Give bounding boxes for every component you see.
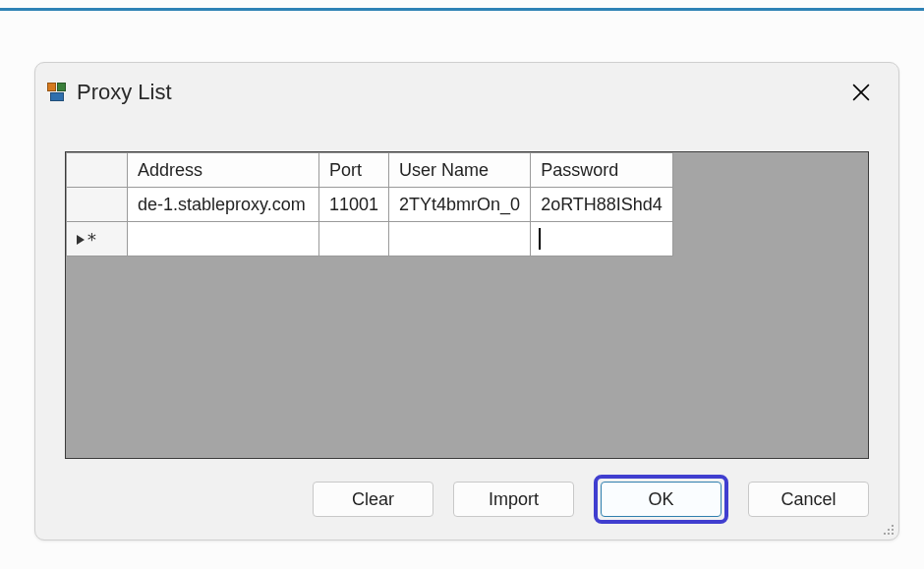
title-bar: Proxy List (35, 63, 898, 122)
svg-marker-2 (77, 235, 85, 245)
cell-user[interactable]: 2TYt4bmrOn_0 (389, 188, 531, 222)
table-row[interactable]: de-1.stableproxy.com 11001 2TYt4bmrOn_0 … (67, 188, 673, 222)
grid-corner-cell[interactable] (67, 153, 128, 188)
new-cell-port[interactable] (319, 222, 389, 256)
svg-point-8 (892, 533, 894, 535)
column-header-address[interactable]: Address (128, 153, 319, 188)
svg-point-3 (892, 525, 894, 527)
proxy-list-dialog: Proxy List Address Port User Name Passwo… (34, 62, 899, 541)
text-cursor (539, 228, 541, 250)
cell-address[interactable]: de-1.stableproxy.com (128, 188, 319, 222)
svg-point-6 (884, 533, 886, 535)
close-button[interactable] (841, 73, 881, 112)
cell-port[interactable]: 11001 (319, 188, 389, 222)
resize-grip-icon (881, 522, 895, 536)
svg-point-7 (888, 533, 890, 535)
proxy-data-grid[interactable]: Address Port User Name Password de-1.sta… (66, 152, 673, 256)
svg-point-5 (892, 529, 894, 531)
row-header[interactable] (67, 188, 128, 222)
svg-point-4 (888, 529, 890, 531)
column-header-password[interactable]: Password (531, 153, 673, 188)
new-cell-address[interactable] (128, 222, 319, 256)
new-cell-password[interactable] (531, 222, 673, 256)
resize-grip[interactable] (881, 522, 895, 536)
column-header-user[interactable]: User Name (389, 153, 531, 188)
app-icon (47, 83, 67, 102)
dialog-title: Proxy List (77, 80, 841, 105)
new-cell-user[interactable] (389, 222, 531, 256)
button-bar: Clear Import OK Cancel (313, 475, 869, 524)
new-row-header[interactable]: * (67, 222, 128, 256)
close-icon (852, 84, 870, 101)
ok-button-highlight: OK (594, 475, 728, 524)
import-button[interactable]: Import (453, 482, 574, 517)
data-grid-area[interactable]: Address Port User Name Password de-1.sta… (65, 151, 869, 459)
table-new-row[interactable]: * (67, 222, 673, 256)
clear-button[interactable]: Clear (313, 482, 433, 517)
grid-header-row: Address Port User Name Password (67, 153, 673, 188)
ok-button[interactable]: OK (601, 482, 722, 517)
cancel-button[interactable]: Cancel (748, 482, 869, 517)
column-header-port[interactable]: Port (319, 153, 389, 188)
cell-password[interactable]: 2oRTH88IShd4 (531, 188, 673, 222)
new-row-indicator-icon: * (77, 231, 97, 249)
page-top-border (0, 8, 924, 11)
